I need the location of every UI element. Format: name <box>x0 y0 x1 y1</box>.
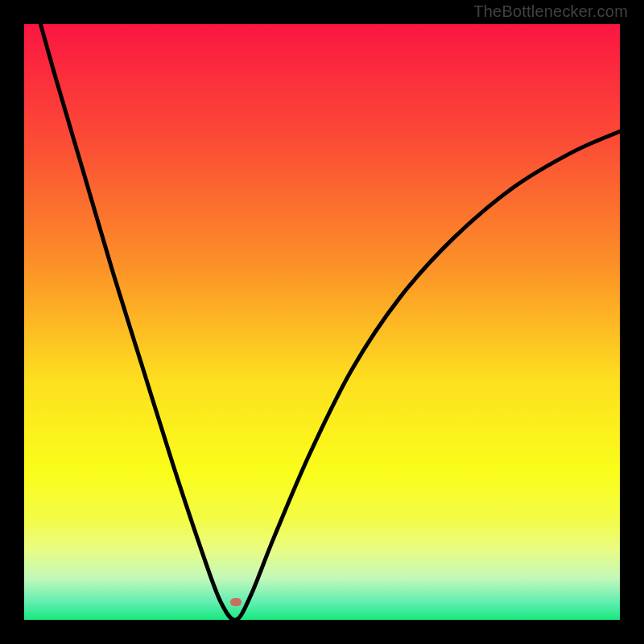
optimum-marker <box>230 598 242 606</box>
plot-area <box>24 24 620 620</box>
watermark-text: TheBottlenecker.com <box>473 2 628 21</box>
bottleneck-curve <box>24 24 620 620</box>
chart-container: TheBottlenecker.com <box>0 0 644 644</box>
